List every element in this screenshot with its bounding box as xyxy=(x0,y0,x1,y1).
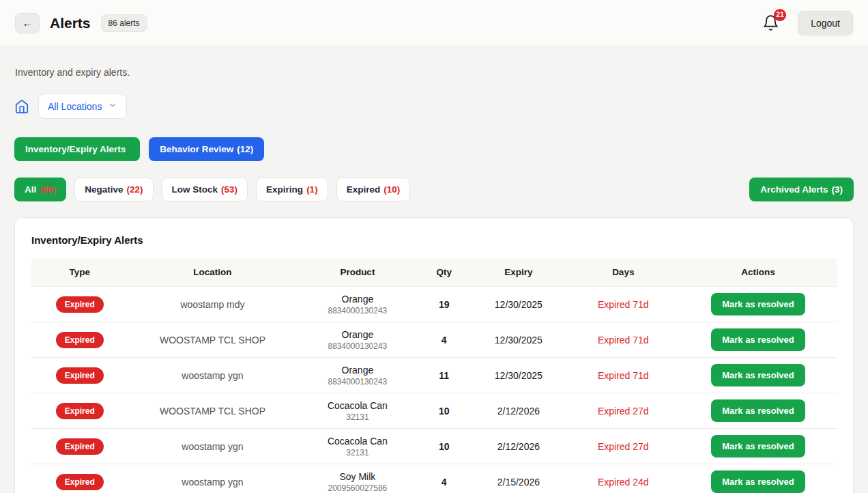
location-cell: woostamp ygn xyxy=(128,358,298,393)
product-name: Cocacola Can xyxy=(302,436,412,447)
chip-count: (86) xyxy=(40,184,56,195)
mark-as-resolved-button[interactable]: Mark as resolved xyxy=(711,399,805,422)
chip-label: Expired xyxy=(347,184,381,195)
mark-as-resolved-button[interactable]: Mark as resolved xyxy=(711,435,805,457)
status-badge: Expired xyxy=(56,332,104,348)
expiry-cell: 2/15/2026 xyxy=(470,464,567,493)
filter-negative[interactable]: Negative (22) xyxy=(74,178,153,201)
logout-button[interactable]: Logout xyxy=(798,11,853,36)
filter-chips: All (86) Negative (22) Low Stock (53) Ex… xyxy=(14,178,749,201)
location-cell: woostamp ygn xyxy=(128,429,298,464)
alert-tabs: Inventory/Expiry Alerts Behavior Review … xyxy=(14,137,854,161)
expiry-cell: 2/12/2026 xyxy=(470,429,567,464)
product-code: 32131 xyxy=(302,412,412,422)
location-dropdown-value: All Locations xyxy=(48,101,102,112)
table-row: Expired woostamp mdy Orange 883400013024… xyxy=(31,287,837,322)
expiry-cell: 12/30/2025 xyxy=(470,287,567,322)
product-cell: Orange 8834000130243 xyxy=(297,287,418,322)
location-cell: WOOSTAMP TCL SHOP xyxy=(128,322,298,358)
expiry-cell: 12/30/2025 xyxy=(470,322,567,358)
status-badge: Expired xyxy=(56,438,104,455)
chevron-down-icon xyxy=(108,100,117,112)
days-cell: Expired 71d xyxy=(567,322,680,358)
filter-chips-row: All (86) Negative (22) Low Stock (53) Ex… xyxy=(14,178,854,201)
page-title: Alerts xyxy=(50,15,91,31)
main-content: Inventory and expiry alerts. All Locatio… xyxy=(0,67,868,493)
table-row: Expired WOOSTAMP TCL SHOP Cocacola Can 3… xyxy=(31,393,837,429)
column-header-location: Location xyxy=(128,258,298,287)
tab-label: Inventory/Expiry Alerts xyxy=(25,144,126,154)
home-icon[interactable] xyxy=(14,99,29,114)
table-header-row: Type Location Product Qty Expiry Days Ac… xyxy=(31,258,837,287)
page-subtitle: Inventory and expiry alerts. xyxy=(15,67,854,78)
tab-label: Behavior Review xyxy=(160,144,233,154)
status-badge: Expired xyxy=(56,367,104,384)
column-header-actions: Actions xyxy=(680,258,837,287)
qty-cell: 10 xyxy=(418,429,470,464)
archived-label: Archived Alerts xyxy=(760,184,828,195)
product-cell: Orange 8834000130243 xyxy=(297,358,418,393)
expiry-cell: 2/12/2026 xyxy=(470,393,567,429)
table-row: Expired woostamp ygn Cocacola Can 32131 … xyxy=(31,429,837,464)
column-header-qty: Qty xyxy=(418,258,470,287)
mark-as-resolved-button[interactable]: Mark as resolved xyxy=(711,470,805,493)
location-filter-row: All Locations xyxy=(14,94,854,119)
chip-count: (10) xyxy=(384,184,400,195)
mark-as-resolved-button[interactable]: Mark as resolved xyxy=(711,328,805,351)
product-name: Soy Milk xyxy=(302,471,412,482)
product-name: Cocacola Can xyxy=(302,400,412,411)
location-cell: woostamp ygn xyxy=(128,464,298,493)
tab-inventory-expiry-alerts[interactable]: Inventory/Expiry Alerts xyxy=(14,137,140,161)
product-cell: Orange 8834000130243 xyxy=(297,322,418,358)
chip-count: (53) xyxy=(221,184,237,195)
filter-expired[interactable]: Expired (10) xyxy=(336,178,411,201)
qty-cell: 19 xyxy=(418,287,470,322)
column-header-days: Days xyxy=(567,258,680,287)
alerts-count-badge: 86 alerts xyxy=(101,14,147,32)
tab-count: (12) xyxy=(237,144,253,154)
product-cell: Cocacola Can 32131 xyxy=(297,393,418,429)
days-cell: Expired 71d xyxy=(567,287,680,322)
alerts-table: Type Location Product Qty Expiry Days Ac… xyxy=(31,258,837,493)
notifications-button[interactable]: 21 xyxy=(762,14,780,32)
back-button[interactable]: ← xyxy=(15,13,40,33)
days-cell: Expired 27d xyxy=(567,429,680,464)
chip-label: Expiring xyxy=(266,184,303,195)
archived-count: (3) xyxy=(832,184,843,195)
status-badge: Expired xyxy=(56,474,104,490)
notification-count-badge: 21 xyxy=(774,9,786,21)
qty-cell: 4 xyxy=(418,464,470,493)
chip-label: All xyxy=(25,184,36,195)
mark-as-resolved-button[interactable]: Mark as resolved xyxy=(711,364,805,386)
chip-count: (22) xyxy=(127,184,143,195)
mark-as-resolved-button[interactable]: Mark as resolved xyxy=(711,293,805,315)
table-row: Expired WOOSTAMP TCL SHOP Orange 8834000… xyxy=(31,322,837,358)
product-code: 2009560027586 xyxy=(302,483,412,493)
filter-all[interactable]: All (86) xyxy=(14,178,66,201)
table-row: Expired woostamp ygn Soy Milk 2009560027… xyxy=(31,464,837,493)
archived-alerts-button[interactable]: Archived Alerts (3) xyxy=(749,178,854,201)
bell-icon xyxy=(762,22,779,33)
product-name: Orange xyxy=(302,294,412,305)
product-name: Orange xyxy=(302,365,412,376)
status-badge: Expired xyxy=(56,296,104,313)
qty-cell: 11 xyxy=(418,358,470,393)
product-cell: Soy Milk 2009560027586 xyxy=(297,464,418,493)
qty-cell: 10 xyxy=(418,393,470,429)
qty-cell: 4 xyxy=(418,322,470,358)
table-title: Inventory/Expiry Alerts xyxy=(31,234,837,246)
days-cell: Expired 71d xyxy=(567,358,680,393)
alerts-table-card: Inventory/Expiry Alerts Type Location Pr… xyxy=(14,217,854,493)
location-dropdown[interactable]: All Locations xyxy=(38,94,127,119)
days-cell: Expired 24d xyxy=(567,464,680,493)
tab-behavior-review[interactable]: Behavior Review (12) xyxy=(149,137,264,161)
expiry-cell: 12/30/2025 xyxy=(470,358,567,393)
product-code: 8834000130243 xyxy=(302,341,412,351)
location-cell: WOOSTAMP TCL SHOP xyxy=(128,393,298,429)
filter-expiring[interactable]: Expiring (1) xyxy=(256,178,328,201)
chip-label: Negative xyxy=(85,184,123,195)
location-cell: woostamp mdy xyxy=(128,287,298,322)
column-header-type: Type xyxy=(31,258,128,287)
filter-low-stock[interactable]: Low Stock (53) xyxy=(162,178,248,201)
product-code: 8834000130243 xyxy=(302,306,412,315)
